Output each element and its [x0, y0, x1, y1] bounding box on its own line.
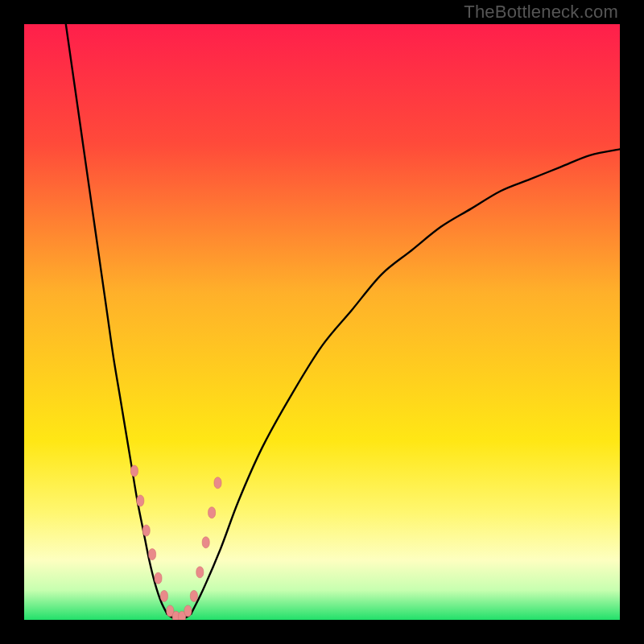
curve-left-branch — [66, 24, 167, 614]
highlighted-markers — [130, 465, 221, 620]
watermark-text: TheBottleneck.com — [464, 2, 618, 23]
marker-point — [208, 507, 216, 518]
marker-point — [196, 567, 204, 578]
marker-point — [190, 590, 197, 601]
marker-point — [160, 590, 167, 601]
marker-point — [184, 605, 192, 617]
marker-point — [155, 572, 162, 584]
curve-layer — [24, 24, 620, 620]
plot-area — [24, 24, 620, 620]
marker-point — [149, 549, 156, 560]
chart-frame: TheBottleneck.com — [0, 0, 644, 644]
marker-point — [142, 525, 150, 536]
marker-point — [202, 537, 209, 548]
marker-point — [214, 477, 221, 489]
curve-right-branch — [191, 149, 620, 613]
marker-point — [130, 465, 138, 477]
marker-point — [137, 495, 144, 506]
